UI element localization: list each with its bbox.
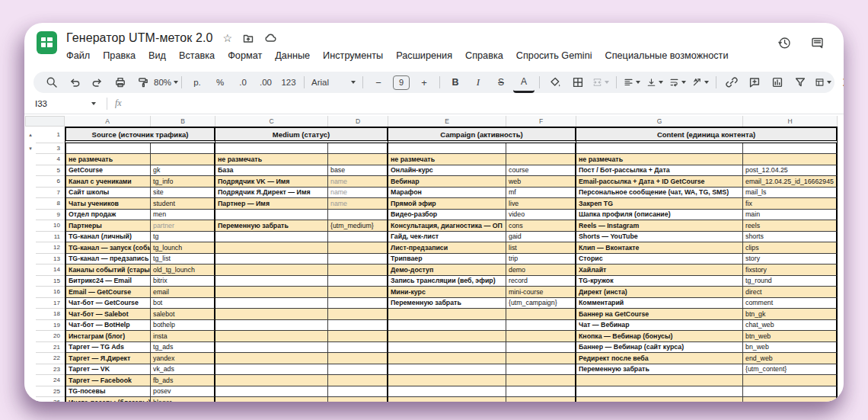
cell-A20[interactable]: Инстаграм (блог)	[65, 331, 151, 342]
row-header-22[interactable]: 22	[36, 353, 65, 364]
row-header-20[interactable]: 20	[36, 331, 65, 342]
cell-G11[interactable]: Shorts — YouTube	[576, 232, 743, 243]
cell-E3[interactable]	[388, 143, 506, 154]
cell-C7[interactable]: Подрядчик Я.Директ — Имя	[215, 188, 328, 199]
cell-B13[interactable]: tg_list	[151, 254, 215, 265]
cell-A18[interactable]: Чат-бот — Salebot	[65, 309, 151, 320]
cell-F3[interactable]	[506, 143, 576, 154]
cell-A12[interactable]: TG-канал — запуск (событие)	[65, 242, 151, 254]
cell-E23[interactable]	[388, 364, 506, 376]
row-header-25[interactable]: 25	[36, 386, 65, 398]
cell-D21[interactable]	[328, 342, 388, 354]
row-header-6[interactable]: 6	[36, 176, 65, 188]
col-header-D[interactable]: D	[328, 116, 388, 127]
cell-B19[interactable]: bothelp	[151, 320, 215, 332]
decrease-font-size-button[interactable]: −	[368, 73, 389, 91]
row-header-15[interactable]: 15	[36, 276, 65, 287]
cell-B24[interactable]: fb_ads	[151, 375, 215, 386]
section-header[interactable]: Campaign (активность)	[388, 127, 576, 143]
cell-A19[interactable]: Чат-бот — BotHelp	[65, 320, 151, 332]
cell-C18[interactable]	[215, 309, 328, 320]
cell-B8[interactable]: student	[151, 198, 215, 210]
cell-D25[interactable]	[328, 386, 388, 398]
cell-G14[interactable]: Хайлайт	[576, 265, 743, 276]
cell-H17[interactable]: comment	[743, 298, 838, 309]
cell-G15[interactable]: TG-кружок	[576, 276, 743, 287]
cell-E13[interactable]: Трипваер	[388, 254, 506, 265]
cell-E24[interactable]	[388, 375, 506, 386]
cell-H18[interactable]: btn_gk	[743, 309, 838, 320]
cell-A3[interactable]	[65, 143, 151, 154]
row-header-21[interactable]: 21	[36, 342, 65, 354]
cell-A25[interactable]: TG-посевы	[65, 386, 151, 398]
paint-format-icon[interactable]	[132, 73, 154, 91]
col-header-H[interactable]: H	[743, 116, 838, 127]
cell-B6[interactable]: tg_info	[151, 176, 215, 188]
cell-G21[interactable]: Баннер — Вебинар (сайт курса)	[576, 342, 743, 354]
cell-B3[interactable]	[151, 143, 215, 154]
cell-G26[interactable]	[576, 397, 743, 402]
cell-H5[interactable]: post_12.04.25	[743, 165, 838, 177]
zoom-select[interactable]: 80%	[155, 73, 177, 91]
cell-F4[interactable]	[506, 154, 576, 165]
cell-C20[interactable]	[215, 331, 328, 342]
cell-F20[interactable]	[506, 331, 576, 342]
doc-title[interactable]: Генератор UTM-меток 2.0	[66, 31, 212, 45]
row-header-3[interactable]: 3	[36, 143, 65, 154]
cell-H11[interactable]: shorts	[743, 232, 838, 243]
vertical-align-icon[interactable]	[644, 73, 665, 91]
cell-D22[interactable]	[328, 353, 388, 364]
row-header-8[interactable]: 8	[36, 198, 65, 210]
insert-comment-icon[interactable]	[744, 73, 765, 91]
cell-D18[interactable]	[328, 309, 388, 320]
cell-A4[interactable]: не размечать	[65, 154, 151, 165]
decrease-decimal-button[interactable]: .0	[232, 73, 254, 91]
cell-A7[interactable]: Сайт школы	[65, 188, 151, 199]
cell-A10[interactable]: Партнеры	[65, 220, 151, 232]
cell-A14[interactable]: Каналы событий (старые)	[65, 265, 151, 276]
cell-A24[interactable]: Таргет — Facebook	[65, 375, 151, 386]
cell-A15[interactable]: Битрикс24 — Email	[65, 276, 151, 287]
cell-C19[interactable]	[215, 320, 328, 332]
cell-C6[interactable]: Подрядчик VK — Имя	[215, 176, 328, 188]
cell-G13[interactable]: Сторис	[576, 254, 743, 265]
cell-G9[interactable]: Шапка профиля (описание)	[576, 210, 743, 221]
cell-H7[interactable]: mail_ls	[743, 188, 838, 199]
menu-item-help[interactable]: Справка	[459, 49, 510, 63]
cell-C24[interactable]	[215, 375, 328, 386]
cell-D14[interactable]	[328, 265, 388, 276]
cell-D16[interactable]	[328, 287, 388, 298]
col-header-G[interactable]: G	[576, 116, 743, 127]
cell-D10[interactable]: {utm_medium}	[328, 220, 388, 232]
cell-E18[interactable]	[388, 309, 506, 320]
print-icon[interactable]	[110, 73, 131, 91]
cell-C11[interactable]	[215, 232, 328, 243]
undo-icon[interactable]	[64, 73, 85, 91]
menu-item-data[interactable]: Данные	[269, 49, 317, 63]
cell-B5[interactable]: gk	[151, 165, 215, 177]
cell-F5[interactable]: course	[506, 165, 576, 177]
cell-H21[interactable]: bn_web	[743, 342, 838, 354]
cell-C15[interactable]	[215, 276, 328, 287]
cell-F19[interactable]	[506, 320, 576, 332]
cell-H24[interactable]	[743, 375, 838, 386]
cell-E20[interactable]	[388, 331, 506, 342]
cell-G17[interactable]: Комментарий	[576, 298, 743, 309]
cell-G16[interactable]: Директ (инста)	[576, 287, 743, 298]
cell-D11[interactable]	[328, 232, 388, 243]
cell-F18[interactable]	[506, 309, 576, 320]
italic-button[interactable]: I	[468, 73, 489, 91]
cell-A6[interactable]: Канал с учениками	[65, 176, 151, 188]
cell-E11[interactable]: Гайд, чек-лист	[388, 232, 506, 243]
cell-H25[interactable]	[743, 386, 838, 398]
cell-F15[interactable]: record	[506, 276, 576, 287]
cell-D9[interactable]	[328, 210, 388, 221]
menu-item-file[interactable]: Файл	[66, 49, 97, 63]
cell-G3[interactable]	[576, 143, 743, 154]
cell-H9[interactable]: main	[743, 210, 838, 221]
col-header-F[interactable]: F	[506, 116, 576, 127]
row-group-expand-toggle[interactable]: ▾	[25, 143, 36, 154]
row-header-7[interactable]: 7	[36, 188, 65, 199]
cell-E9[interactable]: Видео-разбор	[388, 210, 506, 221]
cell-F10[interactable]: cons	[506, 220, 576, 232]
